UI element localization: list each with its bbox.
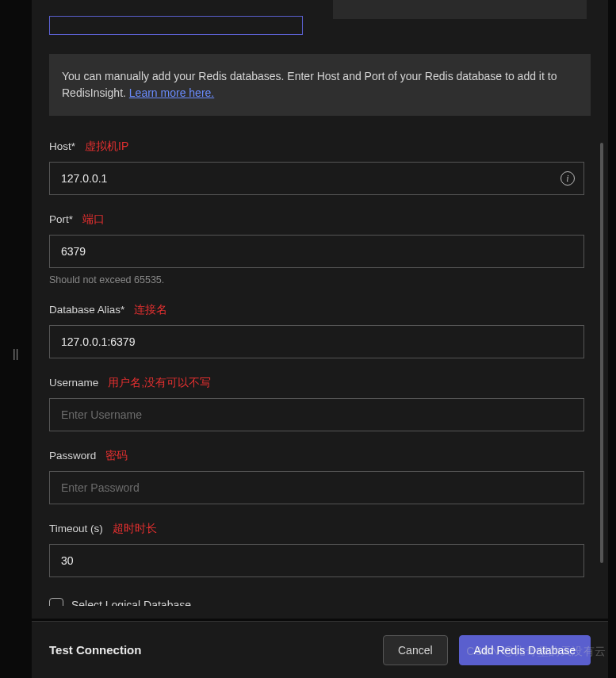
logical-db-label: Select Logical Database — [71, 599, 191, 606]
alias-input[interactable] — [49, 325, 584, 358]
password-input[interactable] — [49, 471, 584, 504]
username-annotation: 用户名,没有可以不写 — [108, 376, 211, 390]
timeout-input[interactable] — [49, 544, 584, 577]
left-mark: || — [13, 347, 18, 360]
info-banner: You can manually add your Redis database… — [49, 54, 591, 116]
form-scroll-area: Host* 虚拟机IP i Port* 端口 Should not exceed… — [49, 140, 591, 606]
logical-db-row[interactable]: Select Logical Database — [49, 598, 584, 606]
host-annotation: 虚拟机IP — [85, 140, 128, 154]
info-icon[interactable]: i — [561, 171, 575, 186]
tab-selected[interactable] — [49, 16, 303, 35]
alias-label: Database Alias* — [49, 304, 124, 316]
learn-more-link[interactable]: Learn more here. — [129, 86, 214, 99]
username-input[interactable] — [49, 398, 584, 431]
port-hint: Should not exceed 65535. — [49, 274, 584, 285]
port-annotation: 端口 — [82, 213, 105, 227]
port-input[interactable] — [49, 235, 584, 268]
scrollbar[interactable] — [600, 143, 603, 563]
test-connection-button[interactable]: Test Connection — [49, 643, 141, 657]
username-label: Username — [49, 377, 98, 389]
alias-annotation: 连接名 — [134, 303, 167, 317]
port-label: Port* — [49, 213, 73, 225]
add-database-button[interactable]: Add Redis Database — [459, 635, 591, 665]
tab-unselected[interactable] — [333, 0, 587, 19]
timeout-label: Timeout (s) — [49, 523, 103, 534]
password-annotation: 密码 — [105, 449, 128, 463]
add-database-panel: You can manually add your Redis database… — [32, 0, 608, 619]
logical-db-checkbox[interactable] — [49, 598, 63, 606]
password-label: Password — [49, 450, 96, 462]
cancel-button[interactable]: Cancel — [383, 635, 448, 665]
footer: Test Connection Cancel Add Redis Databas… — [32, 621, 608, 678]
timeout-annotation: 超时时长 — [113, 522, 157, 536]
host-input[interactable] — [49, 162, 584, 195]
host-label: Host* — [49, 140, 75, 152]
